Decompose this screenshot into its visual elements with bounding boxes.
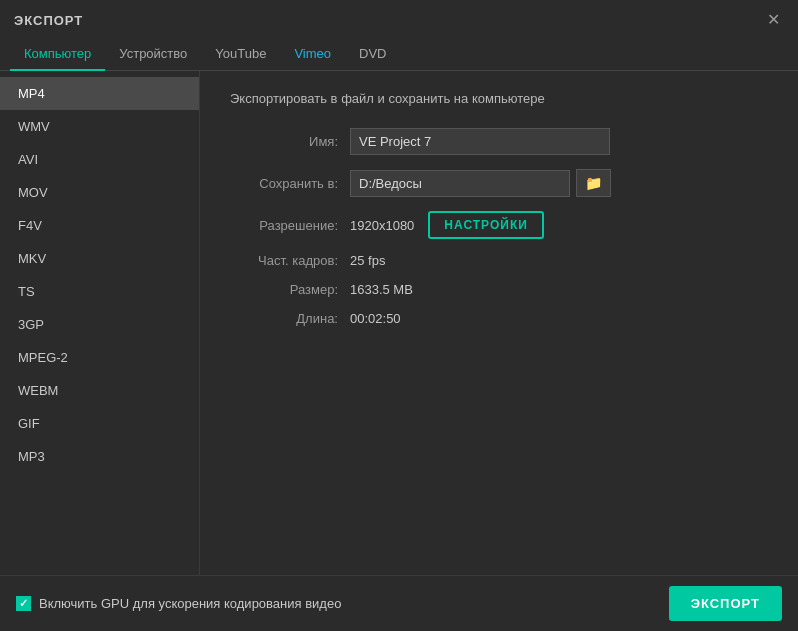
duration-value: 00:02:50 bbox=[350, 311, 401, 326]
tab-youtube[interactable]: YouTube bbox=[201, 38, 280, 71]
format-mov[interactable]: MOV bbox=[0, 176, 199, 209]
tab-vimeo[interactable]: Vimeo bbox=[280, 38, 345, 71]
format-mpeg2[interactable]: MPEG-2 bbox=[0, 341, 199, 374]
fps-row: Част. кадров: 25 fps bbox=[230, 253, 768, 268]
size-row: Размер: 1633.5 MB bbox=[230, 282, 768, 297]
footer: Включить GPU для ускорения кодирования в… bbox=[0, 575, 798, 631]
close-button[interactable]: ✕ bbox=[763, 10, 784, 30]
name-row: Имя: bbox=[230, 128, 768, 155]
folder-icon: 📁 bbox=[585, 175, 602, 191]
fps-value: 25 fps bbox=[350, 253, 385, 268]
resolution-value: 1920x1080 bbox=[350, 218, 414, 233]
format-wmv[interactable]: WMV bbox=[0, 110, 199, 143]
export-button[interactable]: ЭКСПОРТ bbox=[669, 586, 782, 621]
duration-row: Длина: 00:02:50 bbox=[230, 311, 768, 326]
save-path-input[interactable] bbox=[350, 170, 570, 197]
duration-label: Длина: bbox=[230, 311, 350, 326]
resolution-controls: 1920x1080 НАСТРОЙКИ bbox=[350, 211, 544, 239]
name-input[interactable] bbox=[350, 128, 610, 155]
tab-device[interactable]: Устройство bbox=[105, 38, 201, 71]
format-mp4[interactable]: MP4 bbox=[0, 77, 199, 110]
gpu-checkbox-row: Включить GPU для ускорения кодирования в… bbox=[16, 596, 341, 611]
format-mkv[interactable]: MKV bbox=[0, 242, 199, 275]
format-webm[interactable]: WEBM bbox=[0, 374, 199, 407]
resolution-label: Разрешение: bbox=[230, 218, 350, 233]
save-label: Сохранить в: bbox=[230, 176, 350, 191]
title-bar: ЭКСПОРТ ✕ bbox=[0, 0, 798, 38]
settings-button[interactable]: НАСТРОЙКИ bbox=[428, 211, 543, 239]
resolution-row: Разрешение: 1920x1080 НАСТРОЙКИ bbox=[230, 211, 768, 239]
window-title: ЭКСПОРТ bbox=[14, 13, 83, 28]
format-sidebar: MP4 WMV AVI MOV F4V MKV TS 3GP bbox=[0, 71, 200, 575]
format-ts[interactable]: TS bbox=[0, 275, 199, 308]
tab-computer[interactable]: Компьютер bbox=[10, 38, 105, 71]
size-value: 1633.5 MB bbox=[350, 282, 413, 297]
panel-description: Экспортировать в файл и сохранить на ком… bbox=[230, 91, 768, 106]
main-panel: Экспортировать в файл и сохранить на ком… bbox=[200, 71, 798, 575]
format-mp3[interactable]: MP3 bbox=[0, 440, 199, 473]
format-f4v[interactable]: F4V bbox=[0, 209, 199, 242]
gpu-checkbox[interactable] bbox=[16, 596, 31, 611]
tab-dvd[interactable]: DVD bbox=[345, 38, 400, 71]
content-area: MP4 WMV AVI MOV F4V MKV TS 3GP bbox=[0, 71, 798, 575]
tab-bar: Компьютер Устройство YouTube Vimeo DVD bbox=[0, 38, 798, 71]
save-row: Сохранить в: 📁 bbox=[230, 169, 768, 197]
size-label: Размер: bbox=[230, 282, 350, 297]
format-avi[interactable]: AVI bbox=[0, 143, 199, 176]
save-to-controls: 📁 bbox=[350, 169, 611, 197]
export-window: ЭКСПОРТ ✕ Компьютер Устройство YouTube V… bbox=[0, 0, 798, 631]
format-3gp[interactable]: 3GP bbox=[0, 308, 199, 341]
browse-folder-button[interactable]: 📁 bbox=[576, 169, 611, 197]
gpu-checkbox-label: Включить GPU для ускорения кодирования в… bbox=[39, 596, 341, 611]
format-gif[interactable]: GIF bbox=[0, 407, 199, 440]
name-label: Имя: bbox=[230, 134, 350, 149]
fps-label: Част. кадров: bbox=[230, 253, 350, 268]
